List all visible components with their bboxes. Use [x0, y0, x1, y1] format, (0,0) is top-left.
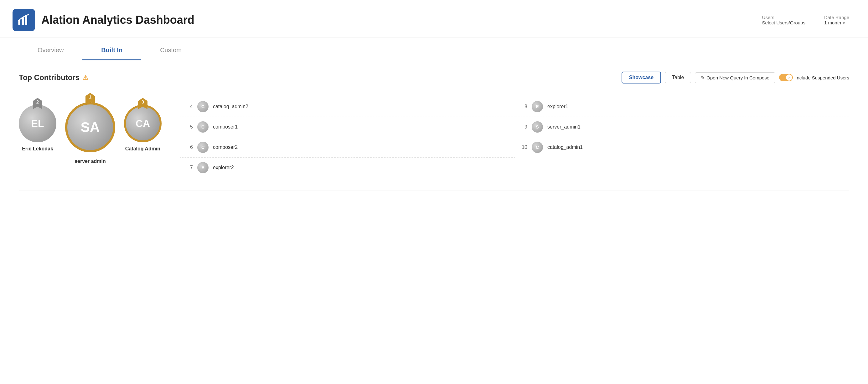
podium-item-2: 2 EL Eric Lekodak [19, 105, 56, 152]
avatar-5: C [197, 121, 209, 133]
username-7: explorer2 [213, 165, 234, 170]
section-title: Top Contributors ⚠ [19, 73, 88, 82]
tab-bar: Overview Built In Custom [0, 41, 868, 60]
rank-2-number: 2 [36, 99, 39, 104]
users-filter[interactable]: Users Select Users/Groups [762, 15, 805, 25]
rank-10-num: 10 [521, 144, 527, 150]
podium: 2 EL Eric Lekodak 1 [19, 94, 162, 170]
users-filter-value[interactable]: Select Users/Groups [762, 20, 805, 25]
tab-overview[interactable]: Overview [19, 41, 82, 60]
avatar-8: E [532, 101, 543, 112]
avatar-1: SA [65, 102, 115, 152]
rank-list: 4 C catalog_admin2 5 C composer1 6 C com… [180, 97, 849, 178]
rank-3-number: 3 [142, 99, 144, 104]
section-title-text: Top Contributors [19, 73, 80, 82]
podium-item-3: 3 CA Catalog Admin [124, 105, 162, 152]
podium-name-2: Eric Lekodak [22, 146, 53, 152]
contributors-area: 2 EL Eric Lekodak 1 [19, 94, 849, 178]
avatar-7: E [197, 162, 209, 173]
suspended-users-toggle[interactable]: ✓ Include Suspended Users [779, 74, 849, 81]
toggle-switch[interactable]: ✓ [779, 74, 793, 81]
avatar-10: C [532, 142, 543, 153]
avatar-2: EL [19, 105, 56, 142]
username-10: catalog_admin1 [547, 144, 583, 150]
username-8: explorer1 [547, 104, 568, 109]
podium-name-3: Catalog Admin [125, 146, 160, 152]
tab-custom[interactable]: Custom [141, 41, 200, 60]
rank-5-num: 5 [187, 124, 193, 130]
rank-8-num: 8 [521, 104, 527, 109]
rank-9-num: 9 [521, 124, 527, 130]
date-range-label: Date Range [824, 15, 849, 20]
table-button[interactable]: Table [665, 72, 691, 83]
rank-7-num: 7 [187, 165, 193, 170]
username-9: server_admin1 [547, 124, 581, 130]
logo-icon [17, 13, 31, 27]
rank-list-right: 8 E explorer1 9 S server_admin1 10 C cat… [515, 97, 849, 178]
compose-label: Open New Query In Compose [706, 75, 769, 80]
date-range-value[interactable]: 1 month ▾ [824, 20, 845, 25]
date-range-filter[interactable]: Date Range 1 month ▾ [824, 15, 849, 25]
svg-rect-2 [25, 15, 27, 25]
avatar-4: C [197, 101, 209, 112]
toolbar: Showcase Table ✎ Open New Query In Compo… [622, 72, 849, 83]
page-title: Alation Analytics Dashboard [41, 13, 194, 27]
header-left: Alation Analytics Dashboard [12, 9, 194, 31]
header-right: Users Select Users/Groups Date Range 1 m… [762, 15, 849, 25]
toggle-label: Include Suspended Users [795, 75, 849, 80]
section-divider [19, 190, 849, 190]
rank-item-4: 4 C catalog_admin2 [180, 97, 515, 117]
rank-item-10: 10 C catalog_admin1 [515, 137, 849, 157]
avatar-6: C [197, 142, 209, 153]
warning-icon: ⚠ [83, 74, 88, 81]
app-logo [12, 9, 35, 31]
rank-item-7: 7 E explorer2 [180, 158, 515, 178]
username-5: composer1 [213, 124, 238, 130]
avatar-3: CA [124, 105, 162, 142]
avatar-wrap-1: 1 SA [63, 100, 118, 155]
rank-1-number: 1 [89, 94, 91, 99]
rank-item-9: 9 S server_admin1 [515, 117, 849, 137]
rank-item-6: 6 C composer2 [180, 137, 515, 158]
podium-name-1: server admin [74, 159, 106, 164]
rank-item-5: 5 C composer1 [180, 117, 515, 137]
rank-4-num: 4 [187, 104, 193, 109]
rank-list-left: 4 C catalog_admin2 5 C composer1 6 C com… [180, 97, 515, 178]
avatar-wrap-3: 3 CA [124, 105, 162, 142]
main-content: Top Contributors ⚠ Showcase Table ✎ Open… [0, 60, 868, 202]
username-4: catalog_admin2 [213, 104, 248, 109]
username-6: composer2 [213, 144, 238, 150]
tab-built-in[interactable]: Built In [82, 41, 141, 60]
showcase-button[interactable]: Showcase [622, 72, 661, 83]
rank-6-num: 6 [187, 144, 193, 150]
compose-icon: ✎ [701, 75, 705, 80]
podium-item-1: 1 SA server admin [63, 100, 118, 164]
avatar-wrap-2: 2 EL [19, 105, 56, 142]
rank-item-8: 8 E explorer1 [515, 97, 849, 117]
avatar-9: S [532, 121, 543, 133]
compose-button[interactable]: ✎ Open New Query In Compose [695, 72, 775, 83]
svg-rect-1 [22, 17, 24, 25]
section-header: Top Contributors ⚠ Showcase Table ✎ Open… [19, 72, 849, 83]
header: Alation Analytics Dashboard Users Select… [0, 0, 868, 38]
users-filter-label: Users [762, 15, 774, 20]
